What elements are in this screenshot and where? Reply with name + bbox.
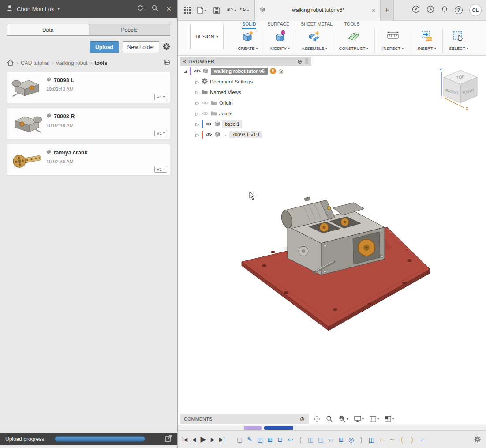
save-icon[interactable] bbox=[213, 7, 220, 14]
expand-icon[interactable]: ▷ bbox=[195, 101, 199, 105]
notifications-bell-icon[interactable] bbox=[441, 6, 448, 15]
comments-bar[interactable]: COMMENTS ⊕ bbox=[180, 414, 309, 424]
add-comment-icon[interactable]: ⊕ bbox=[299, 415, 305, 422]
zoom-icon[interactable] bbox=[326, 415, 333, 422]
visibility-eye-icon-hidden[interactable] bbox=[202, 111, 209, 116]
browser-item-document-settings[interactable]: ▷ Document Settings bbox=[180, 76, 311, 87]
timeline-feature-icon[interactable]: ◫ bbox=[255, 437, 264, 443]
timeline-feature-icon[interactable]: ( bbox=[397, 437, 406, 443]
upload-button[interactable]: Upload bbox=[90, 41, 119, 53]
list-item-tamiya-crank[interactable]: tamiya crank 10:02:36 AM V1▾ bbox=[7, 144, 170, 176]
extensions-compass-icon[interactable] bbox=[412, 5, 420, 15]
file-menu-icon[interactable]: ▾ bbox=[197, 7, 206, 14]
grid-snap-icon[interactable]: ▾ bbox=[370, 416, 379, 422]
timeline-feature-icon[interactable]: ) bbox=[357, 437, 366, 443]
tab-people[interactable]: People bbox=[89, 24, 171, 36]
close-tab-icon[interactable]: × bbox=[372, 7, 376, 14]
version-dropdown[interactable]: V1▾ bbox=[154, 130, 167, 136]
display-settings-icon[interactable]: ▾ bbox=[354, 416, 364, 422]
tab-sheet-metal[interactable]: SHEET METAL bbox=[301, 21, 333, 29]
browser-item-70093-l[interactable]: ▷ → 70093 L v1:1 bbox=[180, 129, 311, 140]
job-status-clock-icon[interactable] bbox=[426, 5, 434, 15]
expand-icon[interactable]: ▷ bbox=[195, 90, 199, 95]
browser-root-item[interactable]: walking robot tutor v6 ◎ bbox=[180, 66, 311, 76]
timeline-feature-icon[interactable]: ⊞ bbox=[336, 437, 345, 443]
tab-tools[interactable]: TOOLS bbox=[344, 21, 359, 29]
list-item-70093-r[interactable]: 70093 R 10:02:48 AM V1▾ bbox=[7, 108, 170, 139]
expand-icon[interactable]: ▷ bbox=[195, 122, 199, 127]
new-folder-button[interactable]: New Folder bbox=[123, 41, 159, 53]
expand-icon[interactable]: ▷ bbox=[195, 132, 199, 137]
tab-surface[interactable]: SURFACE bbox=[268, 21, 290, 29]
new-tab-button[interactable]: + bbox=[381, 0, 394, 21]
expand-icon[interactable]: ▷ bbox=[195, 111, 199, 116]
step-forward-icon[interactable]: ▶ bbox=[211, 437, 215, 443]
visibility-eye-icon[interactable] bbox=[205, 132, 212, 137]
create-menu[interactable]: CREATE▾ bbox=[234, 29, 262, 51]
timeline-feature-icon[interactable]: ⌐ bbox=[377, 437, 386, 443]
scroll-segment-blue[interactable] bbox=[264, 426, 293, 430]
undo-icon[interactable]: ↶ ▾ bbox=[227, 7, 236, 14]
root-document-label[interactable]: walking robot tutor v6 bbox=[211, 68, 268, 75]
expand-icon[interactable] bbox=[183, 69, 187, 73]
breadcrumb-walking-robot[interactable]: walking robot bbox=[56, 60, 88, 66]
version-dropdown[interactable]: V1▾ bbox=[154, 94, 167, 100]
timeline-feature-icon[interactable]: ∩ bbox=[326, 437, 335, 443]
timeline-feature-icon[interactable]: ✎ bbox=[245, 437, 254, 443]
document-tab[interactable]: walking robot tutor v6* × bbox=[254, 0, 381, 21]
home-icon[interactable] bbox=[7, 60, 14, 67]
browser-item-joints[interactable]: ▷ Joints bbox=[180, 108, 311, 119]
timeline-settings-gear-icon[interactable] bbox=[474, 436, 486, 443]
app-grid-icon[interactable] bbox=[184, 7, 191, 14]
browser-item-base[interactable]: ▷ base:1 bbox=[180, 119, 311, 129]
redo-icon[interactable]: ↷ ▾ bbox=[239, 7, 249, 14]
skip-to-start-icon[interactable]: |◀ bbox=[182, 437, 187, 443]
tab-data[interactable]: Data bbox=[7, 24, 89, 36]
timeline-feature-icon[interactable]: ⊟ bbox=[276, 437, 284, 443]
search-icon[interactable] bbox=[152, 5, 158, 13]
panel-grip[interactable] bbox=[305, 58, 308, 64]
expand-icon[interactable]: ▷ bbox=[195, 79, 199, 84]
visibility-eye-icon[interactable] bbox=[205, 122, 212, 126]
close-icon[interactable]: × bbox=[166, 5, 171, 13]
open-job-status-icon[interactable] bbox=[165, 435, 172, 444]
timeline-scrollbar[interactable] bbox=[178, 425, 486, 430]
breadcrumb-tools[interactable]: tools bbox=[94, 60, 107, 66]
construct-menu[interactable]: CONSTRUCT▾ bbox=[335, 29, 372, 51]
viewports-icon[interactable]: ▾ bbox=[385, 416, 394, 422]
timeline-feature-icon[interactable]: ¬ bbox=[387, 437, 396, 443]
timeline-feature-icon[interactable]: ▢ bbox=[235, 437, 244, 443]
inspect-menu[interactable]: INSPECT▾ bbox=[377, 29, 409, 51]
timeline-feature-icon[interactable]: ) bbox=[407, 437, 416, 443]
tab-solid[interactable]: SOLID bbox=[242, 21, 256, 29]
timeline-feature-icon[interactable]: ⌐ bbox=[418, 437, 426, 443]
refresh-icon[interactable] bbox=[137, 4, 144, 13]
globe-icon[interactable] bbox=[164, 59, 170, 67]
visibility-eye-icon[interactable] bbox=[194, 69, 201, 73]
breadcrumb-cad-tutorial[interactable]: CAD tutorial bbox=[21, 60, 49, 66]
help-icon[interactable]: ? bbox=[455, 6, 463, 14]
model-viewport[interactable]: Z X TOP FRONT RIGHT « BROWSER ⊖ bbox=[178, 56, 486, 430]
version-dropdown[interactable]: V1▾ bbox=[154, 166, 167, 173]
timeline-feature-icon[interactable]: ◫ bbox=[367, 437, 376, 443]
insert-menu[interactable]: SVG INSERT▾ bbox=[414, 29, 440, 51]
activate-radio-icon[interactable]: ◎ bbox=[278, 68, 283, 75]
modify-menu[interactable]: MODIFY▾ bbox=[266, 29, 294, 51]
chevron-down-icon[interactable]: ▾ bbox=[58, 7, 60, 11]
gearbox-model[interactable] bbox=[232, 193, 438, 337]
timeline-feature-icon[interactable]: ◫ bbox=[306, 437, 315, 443]
view-cube[interactable]: Z X TOP FRONT RIGHT bbox=[436, 65, 485, 111]
timeline-feature-icon[interactable]: ( bbox=[296, 437, 305, 443]
list-item-70093-l[interactable]: 70093 L 10:02:43 AM V1▾ bbox=[7, 72, 170, 103]
settings-gear-icon[interactable] bbox=[163, 43, 170, 52]
browser-item-named-views[interactable]: ▷ Named Views bbox=[180, 87, 311, 98]
select-menu[interactable]: SELECT▾ bbox=[445, 29, 472, 51]
minimize-icon[interactable]: ⊖ bbox=[297, 59, 302, 64]
visibility-eye-icon-hidden[interactable] bbox=[202, 101, 209, 105]
scroll-segment-purple[interactable] bbox=[244, 426, 262, 430]
play-icon[interactable]: ▶ bbox=[201, 435, 206, 444]
workspace-switcher[interactable]: DESIGN ▾ bbox=[190, 24, 224, 49]
zoom-window-icon[interactable]: ▾ bbox=[339, 415, 348, 422]
pan-icon[interactable] bbox=[314, 416, 320, 422]
user-name[interactable]: Chon Mou Lok bbox=[17, 6, 54, 12]
